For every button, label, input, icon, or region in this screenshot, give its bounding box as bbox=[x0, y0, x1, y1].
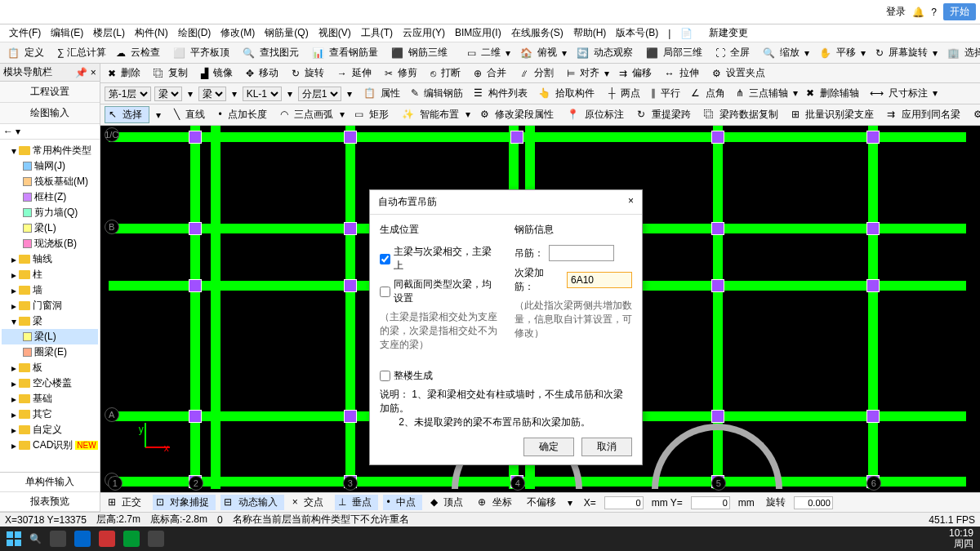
snap-dynamic[interactable]: ⊟ 动态输入 bbox=[220, 495, 283, 510]
sidebar-pin-icon[interactable]: 📌 × bbox=[75, 67, 96, 78]
tree-opening-folder[interactable]: ▸门窗洞 bbox=[2, 298, 98, 313]
tree-other-folder[interactable]: ▸其它 bbox=[2, 407, 98, 422]
tree-beam-l[interactable]: 梁(L) bbox=[2, 329, 98, 344]
tree-custom-folder[interactable]: ▸自定义 bbox=[2, 422, 98, 438]
menu-component[interactable]: 构件(N) bbox=[130, 24, 173, 42]
cancel-button[interactable]: 取消 bbox=[581, 438, 632, 456]
tb-define[interactable]: 📋 定义 bbox=[4, 44, 51, 61]
tab-draw-input[interactable]: 绘图输入 bbox=[0, 103, 100, 124]
subtype-select[interactable]: 梁 bbox=[198, 87, 226, 101]
tb-rotate-screen[interactable]: ↻ 屏幕旋转 ▾ bbox=[872, 44, 941, 61]
tb-reextract-span[interactable]: ↻ 重提梁跨 bbox=[634, 107, 697, 122]
tree-beam[interactable]: 梁(L) bbox=[2, 220, 98, 236]
tb-rect[interactable]: ▭ 矩形 bbox=[351, 107, 395, 122]
tb-merge[interactable]: ⊕ 合并 bbox=[470, 64, 513, 82]
menu-modify[interactable]: 修改(M) bbox=[216, 24, 260, 42]
tree-beam-folder[interactable]: ▾梁 bbox=[2, 313, 98, 329]
tb-line[interactable]: ╲ 直线 bbox=[171, 107, 212, 122]
tb-zoom[interactable]: 🔍 缩放 ▾ bbox=[760, 44, 813, 61]
tb-point-angle[interactable]: ∠ 点角 bbox=[688, 86, 729, 101]
tb-parallel[interactable]: ∥ 平行 bbox=[648, 86, 685, 101]
tree-cad[interactable]: ▸CAD识别 NEW bbox=[2, 438, 98, 453]
tb-fullscreen[interactable]: ⛶ 全屏 bbox=[712, 44, 756, 61]
tb-stretch[interactable]: ↔ 拉伸 bbox=[662, 64, 706, 82]
x-input[interactable] bbox=[604, 496, 644, 509]
tb-pick[interactable]: 👆 拾取构件 bbox=[536, 86, 599, 101]
tb-dimension[interactable]: ⟷ 尺寸标注 ▾ bbox=[867, 86, 941, 101]
snap-perp[interactable]: ⊥ 垂点 bbox=[335, 495, 378, 510]
snap-vertex[interactable]: ◆ 顶点 bbox=[427, 495, 470, 510]
tab-report[interactable]: 报表预览 bbox=[0, 492, 100, 512]
tb-3pt-arc[interactable]: ◠ 三点画弧 ▾ bbox=[277, 107, 348, 122]
tree-wall-folder[interactable]: ▸墙 bbox=[2, 282, 98, 298]
chk-whole-building[interactable] bbox=[380, 371, 390, 381]
tb-pt-len[interactable]: • 点加长度 bbox=[215, 107, 274, 122]
snap-mid[interactable]: • 中点 bbox=[383, 495, 422, 510]
tb-copy[interactable]: ⿻ 复制 bbox=[150, 64, 194, 82]
tb-insitu[interactable]: 📍 原位标注 bbox=[564, 107, 630, 122]
tb-mirror[interactable]: ▟ 镜像 bbox=[198, 64, 239, 82]
offset-mode[interactable]: 不偏移 bbox=[523, 495, 559, 510]
tab-project-settings[interactable]: 工程设置 bbox=[0, 82, 100, 103]
menu-rebar[interactable]: 钢筋量(Q) bbox=[260, 24, 313, 42]
tb-modify-beam-seg[interactable]: ⚙ 修改梁段属性 bbox=[477, 107, 560, 122]
menu-new-change[interactable]: 新建变更 bbox=[704, 24, 753, 42]
tb-delete[interactable]: ✖ 删除 bbox=[105, 64, 147, 82]
tb-del-axis[interactable]: ✖ 删除辅轴 bbox=[804, 86, 863, 101]
tb-offset[interactable]: ⇉ 偏移 bbox=[616, 64, 658, 82]
tb-move[interactable]: ✥ 移动 bbox=[243, 64, 285, 82]
tb-top-view[interactable]: 🏠 俯视 ▾ bbox=[517, 44, 570, 61]
menu-view[interactable]: 视图(V) bbox=[314, 24, 356, 42]
tb-smart[interactable]: ✨ 智能布置 ▾ bbox=[399, 107, 474, 122]
component-name-select[interactable]: KL-1 bbox=[243, 87, 282, 101]
tb-component-list[interactable]: ☰ 构件列表 bbox=[471, 86, 532, 101]
tree-root[interactable]: ▾常用构件类型 bbox=[2, 143, 98, 158]
tree-raft[interactable]: 筏板基础(M) bbox=[2, 174, 98, 189]
tb-split[interactable]: ⫽ 分割 bbox=[516, 64, 560, 82]
snap-object[interactable]: ⊡ 对象捕捉 bbox=[153, 495, 216, 510]
tb-extend[interactable]: → 延伸 bbox=[334, 64, 378, 82]
tree-slab[interactable]: 现浇板(B) bbox=[2, 236, 98, 251]
tb-two-point[interactable]: ┼ 两点 bbox=[606, 86, 645, 101]
login-link[interactable]: 登录 bbox=[886, 5, 906, 19]
ok-button[interactable]: 确定 bbox=[523, 438, 574, 456]
chk-main-sub-beam[interactable] bbox=[380, 254, 390, 264]
menu-cloud[interactable]: 云应用(Y) bbox=[398, 24, 450, 42]
menu-bim[interactable]: BIM应用(I) bbox=[450, 24, 506, 42]
tb-props[interactable]: 📋 属性 bbox=[361, 86, 405, 101]
snap-ortho[interactable]: ⊞ 正交 bbox=[105, 495, 148, 510]
tb-view-rebar[interactable]: 📊 查看钢筋量 bbox=[309, 44, 385, 61]
tb-align-slab[interactable]: ⬜ 平齐板顶 bbox=[170, 44, 236, 61]
hanger-input[interactable] bbox=[549, 245, 614, 261]
task-icon[interactable] bbox=[50, 531, 66, 547]
floor-select[interactable]: 第-1层 bbox=[105, 87, 151, 101]
nav-back[interactable]: ← ▾ bbox=[0, 124, 100, 140]
tb-pan[interactable]: ✋ 平移 ▾ bbox=[816, 44, 869, 61]
menu-edit[interactable]: 编辑(E) bbox=[46, 24, 88, 42]
tb-select[interactable]: ↖ 选择 bbox=[105, 106, 149, 123]
tb-three-pt-axis[interactable]: ⋔ 三点辅轴 ▾ bbox=[733, 86, 801, 101]
tb-select-floor[interactable]: 🏢 选择楼层 bbox=[944, 44, 980, 61]
tb-copy-span-data[interactable]: ⿻ 梁跨数据复制 bbox=[701, 107, 785, 122]
tree-shearwall[interactable]: 剪力墙(Q) bbox=[2, 205, 98, 220]
system-clock[interactable]: 10:19 周四 bbox=[949, 528, 973, 549]
tab-single-input[interactable]: 单构件输入 bbox=[0, 473, 100, 492]
dialog-close-button[interactable]: × bbox=[628, 195, 634, 209]
task-icon[interactable] bbox=[99, 531, 115, 547]
tb-grip[interactable]: ⚙ 设置夹点 bbox=[709, 64, 772, 82]
tree-col-folder[interactable]: ▸柱 bbox=[2, 267, 98, 282]
task-icon[interactable] bbox=[148, 531, 164, 547]
chk-same-section[interactable] bbox=[380, 287, 390, 297]
snap-intersect[interactable]: × 交点 bbox=[289, 495, 330, 510]
tree-axis-folder[interactable]: ▸轴线 bbox=[2, 251, 98, 267]
tb-cloud-check[interactable]: ☁ 云检查 bbox=[113, 44, 167, 61]
tb-break[interactable]: ⎋ 打断 bbox=[427, 64, 467, 82]
tb-trim[interactable]: ✂ 修剪 bbox=[381, 64, 424, 82]
tb-2d[interactable]: ▭ 二维 ▾ bbox=[464, 44, 514, 61]
layer-group-select[interactable]: 分层1 bbox=[298, 87, 341, 101]
help-icon[interactable]: ? bbox=[931, 7, 937, 18]
menu-version[interactable]: 版本号(B) bbox=[611, 24, 663, 42]
y-input[interactable] bbox=[691, 496, 730, 509]
tree-slab-folder[interactable]: ▸板 bbox=[2, 360, 98, 375]
tb-align[interactable]: ⊨ 对齐 ▾ bbox=[564, 64, 612, 82]
